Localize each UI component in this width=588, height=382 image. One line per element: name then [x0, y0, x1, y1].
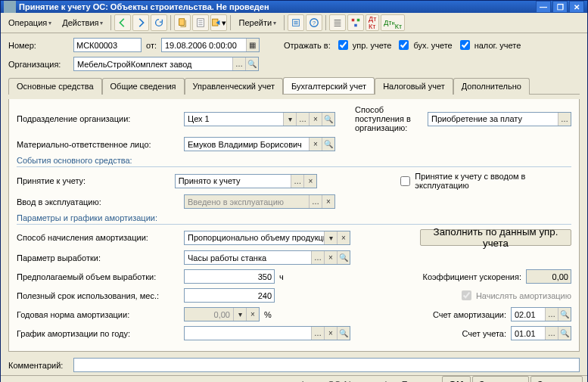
amort-account-label: Счет амортизации: — [433, 310, 506, 319]
ok-button[interactable]: OK — [442, 376, 471, 382]
post-and-close-icon[interactable]: ▾ — [210, 14, 227, 31]
amort-method-field[interactable]: Пропорционально объему продукции (работ … — [184, 231, 350, 245]
chk-accept-with-commission[interactable]: Принятие к учету с вводом в эксплуатацию — [397, 172, 571, 190]
footer: Форма ОС-1(упр. учет) Печать▾ OK Записат… — [1, 375, 587, 382]
lookup-icon[interactable]: 🔍 — [337, 327, 350, 340]
svg-rect-0 — [179, 19, 185, 26]
fill-from-upr-button[interactable]: Заполнить по данным упр. учета — [420, 229, 571, 246]
number-field[interactable] — [73, 38, 142, 52]
ellipsis-icon[interactable]: … — [558, 113, 571, 126]
tab-tax[interactable]: Налоговый учет — [375, 78, 453, 95]
comment-field[interactable] — [73, 358, 580, 372]
useful-field[interactable] — [184, 288, 275, 303]
events-title: События основного средства: — [17, 156, 571, 167]
subdiv-field[interactable]: Цех 1 ▾ … × 🔍 — [184, 112, 335, 126]
clear-icon: × — [322, 195, 334, 208]
accept-label: Принятие к учету: — [17, 176, 170, 185]
param-label: Параметр выработки: — [17, 253, 179, 262]
clear-icon[interactable]: × — [324, 327, 337, 340]
svg-rect-8 — [354, 24, 357, 27]
number-label: Номер: — [8, 41, 69, 50]
tab-management[interactable]: Управленческий учет — [185, 78, 283, 95]
dk-icon[interactable]: ДтКт — [366, 14, 379, 31]
tab-main-assets[interactable]: Основные средства — [8, 78, 102, 95]
annual-field: 0,00 ▾ × — [184, 307, 260, 321]
org-field[interactable]: МебельСтройКомплект завод … 🔍 — [73, 57, 259, 71]
account-field[interactable]: 01.01 … 🔍 — [511, 326, 571, 340]
useful-label: Полезный срок использования, мес.: — [17, 291, 179, 300]
app-icon — [4, 1, 16, 13]
accept-field[interactable]: Принято к учету … × — [175, 174, 318, 188]
chk-buh[interactable]: бух. учете — [396, 38, 452, 52]
close-button[interactable]: ✕ — [569, 1, 584, 13]
tab-general[interactable]: Общие сведения — [102, 78, 185, 95]
menubar: Операция▾ Действия▾ ▾ Перейти▾ ? ДтКт Дт… — [1, 13, 587, 33]
ellipsis-icon[interactable]: … — [296, 113, 309, 126]
refresh-icon[interactable] — [151, 14, 167, 31]
minimize-button[interactable]: — — [536, 1, 551, 13]
arrow-left-icon[interactable] — [114, 14, 131, 31]
mol-field[interactable]: Емуков Владимир Борисович × 🔍 — [184, 137, 335, 151]
expected-unit: ч — [279, 272, 284, 281]
annual-label: Годовая норма амортизации: — [17, 310, 179, 319]
tab-page: Подразделение организации: Цех 1 ▾ … × 🔍… — [8, 99, 580, 352]
tab-accounting[interactable]: Бухгалтерский учет — [283, 77, 375, 94]
dropdown-icon[interactable]: ▾ — [324, 231, 337, 244]
post-icon[interactable] — [174, 14, 191, 31]
menu-goto[interactable]: Перейти▾ — [234, 17, 281, 29]
tree-icon[interactable] — [347, 14, 364, 31]
lookup-icon[interactable]: 🔍 — [558, 327, 571, 340]
amort-title: Параметры и графики амортизации: — [17, 213, 571, 225]
svg-text:?: ? — [313, 20, 316, 26]
document-icon[interactable] — [192, 14, 209, 31]
lookup-icon[interactable]: 🔍 — [322, 113, 334, 126]
way-label: Способ поступления в организацию: — [355, 105, 423, 132]
commission-label: Ввод в эксплуатацию: — [17, 197, 179, 207]
ellipsis-icon[interactable]: … — [311, 251, 324, 264]
ellipsis-icon[interactable]: … — [545, 308, 558, 321]
maximize-button[interactable]: ❐ — [552, 1, 568, 13]
save-button[interactable]: Записать — [472, 376, 529, 382]
chk-calc-amort: Начислять амортизацию — [459, 288, 571, 303]
ellipsis-icon: … — [309, 195, 322, 208]
schedule-field[interactable]: … × 🔍 — [184, 326, 350, 340]
dkn-icon[interactable]: ДтнКт — [381, 14, 405, 31]
clear-icon[interactable]: × — [309, 138, 322, 151]
clear-icon: × — [246, 308, 259, 321]
close-footer-button[interactable]: Закрыть — [530, 376, 583, 382]
lookup-icon[interactable]: 🔍 — [322, 138, 334, 151]
lookup-icon[interactable]: 🔍 — [558, 308, 571, 321]
expected-label: Предполагаемый объем выработки: — [17, 272, 179, 281]
ellipsis-icon[interactable]: … — [291, 175, 303, 188]
clear-icon[interactable]: × — [337, 231, 350, 244]
menu-operation[interactable]: Операция▾ — [4, 17, 56, 29]
help-icon[interactable]: ? — [306, 14, 322, 31]
date-field[interactable]: 19.08.2006 0:00:00 ▦ — [161, 38, 260, 52]
schedule-label: График амортизации по году: — [17, 329, 179, 338]
clear-icon[interactable]: × — [309, 113, 322, 126]
arrow-right-icon[interactable] — [132, 14, 149, 31]
menu-actions[interactable]: Действия▾ — [58, 17, 107, 29]
clear-icon[interactable]: × — [303, 175, 316, 188]
lookup-icon[interactable]: 🔍 — [245, 57, 258, 70]
way-field[interactable]: Приобретение за плату … — [428, 112, 571, 126]
chk-nal[interactable]: налог. учете — [457, 38, 521, 52]
subdiv-label: Подразделение организации: — [17, 114, 179, 123]
param-field[interactable]: Часы работы станка … × 🔍 — [184, 250, 350, 265]
ellipsis-icon[interactable]: … — [232, 57, 245, 70]
list-icon[interactable] — [329, 14, 346, 31]
ellipsis-icon[interactable]: … — [545, 327, 558, 340]
ellipsis-icon[interactable]: … — [311, 327, 324, 340]
expected-field[interactable] — [184, 269, 275, 284]
amort-method-label: Способ начисления амортизации: — [17, 233, 179, 242]
org-label: Организация: — [8, 60, 69, 69]
clear-icon[interactable]: × — [324, 251, 337, 264]
lookup-icon[interactable]: 🔍 — [337, 251, 350, 264]
tab-extra[interactable]: Дополнительно — [453, 78, 530, 95]
amort-account-field[interactable]: 02.01 … 🔍 — [511, 307, 571, 321]
calendar-icon[interactable]: ▦ — [246, 39, 259, 51]
settings-icon[interactable] — [288, 14, 304, 31]
dropdown-icon[interactable]: ▾ — [283, 113, 296, 126]
chk-upr[interactable]: упр. учете — [335, 38, 392, 52]
comment-label: Комментарий: — [8, 361, 69, 370]
